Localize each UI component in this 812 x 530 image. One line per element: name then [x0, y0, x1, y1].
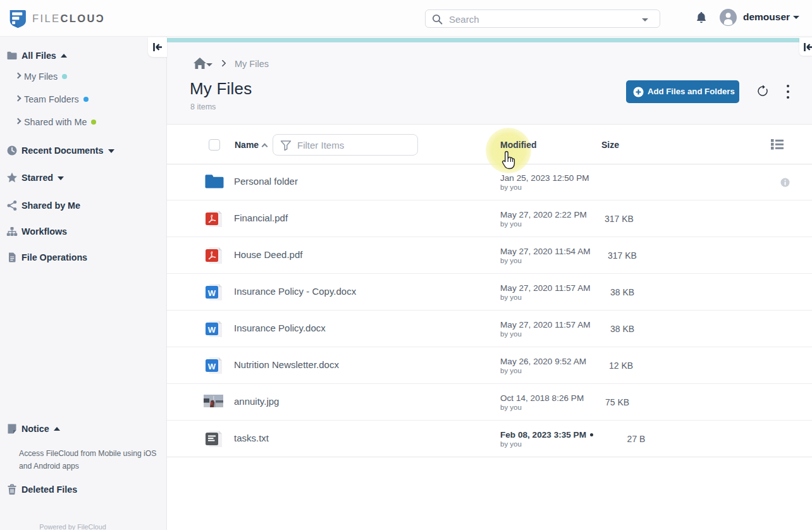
svg-text:W: W — [208, 362, 216, 371]
svg-text:W: W — [208, 325, 216, 335]
svg-text:W: W — [208, 288, 216, 298]
